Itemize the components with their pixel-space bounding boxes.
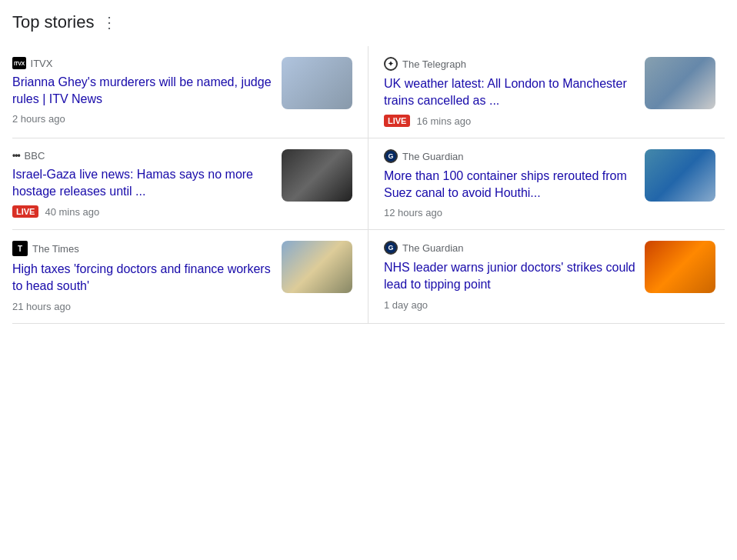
news-content: ✦ The Telegraph UK weather latest: All L… — [384, 57, 635, 127]
news-image — [282, 57, 352, 109]
news-item[interactable]: ITVX ITVX Brianna Ghey's murderers will … — [12, 46, 368, 138]
source-logo: ✦ — [384, 57, 398, 71]
live-badge: LIVE — [12, 205, 38, 218]
news-meta: 12 hours ago — [384, 207, 635, 218]
source-logo: ITVX — [12, 57, 26, 69]
news-time: 12 hours ago — [384, 207, 442, 218]
news-time: 1 day ago — [384, 299, 428, 311]
source-name: BBC — [25, 150, 45, 162]
news-item[interactable]: T The Times High taxes 'forcing doctors … — [12, 230, 368, 323]
news-image — [282, 241, 352, 293]
source-name: The Guardian — [402, 242, 464, 254]
news-source: ••• BBC — [12, 149, 272, 162]
news-source: ✦ The Telegraph — [384, 57, 635, 71]
source-logo: T — [12, 241, 28, 256]
news-time: 16 mins ago — [416, 115, 471, 127]
news-image — [282, 149, 352, 202]
source-name: The Telegraph — [402, 58, 466, 70]
source-logo: G — [384, 149, 398, 163]
news-item[interactable]: ✦ The Telegraph UK weather latest: All L… — [368, 46, 725, 138]
news-title: High taxes 'forcing doctors and finance … — [12, 261, 272, 294]
news-meta: LIVE 16 mins ago — [384, 115, 635, 127]
news-item[interactable]: G The Guardian More than 100 container s… — [368, 138, 725, 230]
news-time: 21 hours ago — [12, 301, 71, 312]
news-source: T The Times — [12, 241, 272, 256]
live-badge: LIVE — [384, 115, 410, 127]
news-content: ITVX ITVX Brianna Ghey's murderers will … — [12, 57, 272, 125]
news-content: T The Times High taxes 'forcing doctors … — [12, 241, 272, 312]
news-meta: 1 day ago — [384, 299, 635, 311]
news-content: ••• BBC Israel-Gaza live news: Hamas say… — [12, 149, 272, 218]
news-title: NHS leader warns junior doctors' strikes… — [384, 259, 635, 292]
news-source: G The Guardian — [384, 149, 635, 163]
news-image — [645, 57, 715, 109]
news-title: UK weather latest: All London to Manches… — [384, 75, 635, 108]
news-source: ITVX ITVX — [12, 57, 272, 69]
news-content: G The Guardian NHS leader warns junior d… — [384, 241, 635, 310]
news-item[interactable]: ••• BBC Israel-Gaza live news: Hamas say… — [12, 138, 368, 230]
news-title: Israel-Gaza live news: Hamas says no mor… — [12, 166, 272, 199]
source-logo: G — [384, 241, 398, 255]
news-meta: 2 hours ago — [12, 113, 272, 125]
more-options-icon[interactable]: ⋮ — [102, 15, 117, 30]
news-title: Brianna Ghey's murderers will be named, … — [12, 74, 272, 107]
page-header: Top stories ⋮ — [12, 12, 725, 32]
news-source: G The Guardian — [384, 241, 635, 255]
news-meta: 21 hours ago — [12, 301, 272, 312]
news-image — [645, 149, 715, 202]
news-content: G The Guardian More than 100 container s… — [384, 149, 635, 218]
source-name: The Guardian — [402, 151, 464, 162]
news-time: 2 hours ago — [12, 113, 65, 125]
news-time: 40 mins ago — [45, 206, 99, 218]
page-title: Top stories — [12, 12, 94, 32]
source-name: ITVX — [31, 58, 53, 69]
news-meta: LIVE 40 mins ago — [12, 205, 272, 218]
news-item[interactable]: G The Guardian NHS leader warns junior d… — [368, 230, 725, 323]
news-image — [645, 241, 715, 293]
news-title: More than 100 container ships rerouted f… — [384, 168, 635, 201]
source-name: The Times — [32, 243, 79, 255]
news-grid: ITVX ITVX Brianna Ghey's murderers will … — [12, 46, 725, 324]
source-logo: ••• — [12, 149, 20, 162]
